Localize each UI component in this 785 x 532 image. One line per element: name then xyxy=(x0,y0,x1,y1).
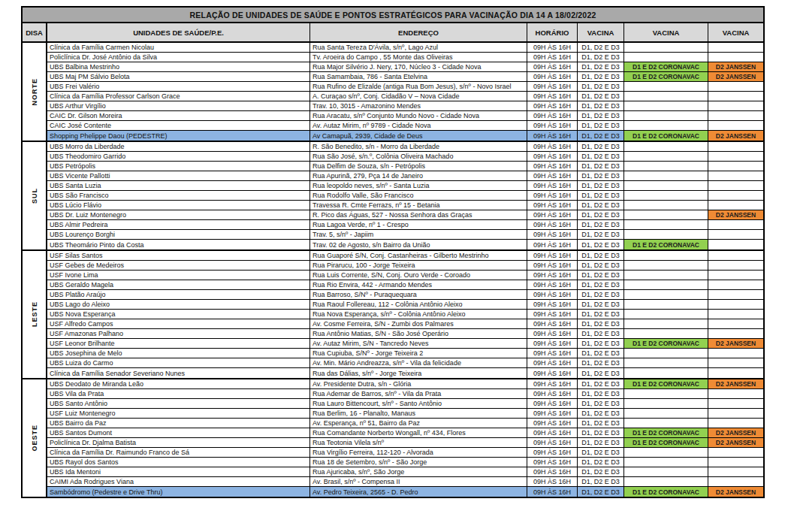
address-cell: Rua Ademar de Barros, s/nº - Vila da Pra… xyxy=(310,389,527,398)
janssen-cell xyxy=(708,181,763,190)
doses-cell: D1, D2 E D3 xyxy=(578,438,624,447)
coronavac-cell xyxy=(624,251,708,260)
table-row: UBS Deodato de Miranda LeãoAv. President… xyxy=(47,379,763,389)
coronavac-cell: D1 E D2 CORONAVAC xyxy=(624,438,708,447)
unit-name-cell: Shopping Phelippe Daou (PEDESTRE) xyxy=(47,131,310,141)
unit-name-cell: UBS Geraldo Magela xyxy=(47,280,310,289)
coronavac-cell xyxy=(624,358,708,367)
table-row: UBS Geraldo MagelaRua Rio Envira, 442 - … xyxy=(47,280,763,290)
janssen-cell xyxy=(708,368,763,378)
hours-cell: 09H ÀS 16H xyxy=(527,181,578,190)
doses-cell: D1, D2 E D3 xyxy=(578,82,624,91)
doses-cell: D1, D2 E D3 xyxy=(578,240,624,249)
table-row: UBS Lúcio FlávioTravessa R. Cmte Ferrazs… xyxy=(47,201,763,210)
coronavac-cell xyxy=(624,181,708,190)
coronavac-cell xyxy=(624,399,708,408)
address-cell: R. São Benedito, s/n - Morro da Liberdad… xyxy=(310,142,527,151)
address-cell: Av. Presidente Dutra, s/n - Glória xyxy=(310,379,527,388)
table-row: Sambódromo (Pedestre e Drive Thru)Av. Pe… xyxy=(47,487,763,497)
table-title: RELAÇÃO DE UNIDADES DE SAÚDE E PONTOS ES… xyxy=(23,8,763,23)
doses-cell: D1, D2 E D3 xyxy=(578,62,624,71)
coronavac-cell xyxy=(624,448,708,457)
hours-cell: 09H ÀS 16H xyxy=(527,53,578,62)
table-row: USF Leonor BrilhanteAv. Autaz Mirim, S/N… xyxy=(47,339,763,349)
doses-cell: D1, D2 E D3 xyxy=(578,271,624,280)
table-row: UBS Bairro da PazAv. Esperança, nº 51, B… xyxy=(47,419,763,428)
unit-name-cell: UBS Petrópolis xyxy=(47,162,310,171)
table-row: Clínica da Família Senador Severiano Nun… xyxy=(47,368,763,378)
doses-cell: D1, D2 E D3 xyxy=(578,458,624,467)
janssen-cell xyxy=(708,300,763,309)
table-row: USF Alfredo CamposAv. Cosme Ferreira, S/… xyxy=(47,319,763,329)
unit-name-cell: CAIC Dr. Gilson Moreira xyxy=(47,111,310,120)
table-row: USF Ivone LimaRua Luis Corrente, S/N, Co… xyxy=(47,271,763,280)
hours-cell: 09H ÀS 16H xyxy=(527,251,578,260)
hours-cell: 09H ÀS 16H xyxy=(527,379,578,388)
unit-name-cell: UBS São Francisco xyxy=(47,191,310,200)
table-row: CAIMI Ada Rodrigues VianaAv. Brasil, s/n… xyxy=(47,477,763,487)
table-row: UBS Almir PedreiraRua Lagoa Verde, nº 1 … xyxy=(47,220,763,230)
address-cell: Rua Rio Envira, 442 - Armando Mendes xyxy=(310,280,527,289)
unit-name-cell: UBS Arthur Virgílio xyxy=(47,101,310,110)
hours-cell: 09H ÀS 16H xyxy=(527,458,578,467)
doses-cell: D1, D2 E D3 xyxy=(578,101,624,110)
hours-cell: 09H ÀS 16H xyxy=(527,368,578,378)
unit-name-cell: UBS Lago do Aleixo xyxy=(47,300,310,309)
doses-cell: D1, D2 E D3 xyxy=(578,152,624,161)
table-row: UBS Dr. Luiz MontenegroR. Pico das Águas… xyxy=(47,210,763,220)
janssen-cell xyxy=(708,458,763,467)
doses-cell: D1, D2 E D3 xyxy=(578,53,624,62)
janssen-cell xyxy=(708,111,763,120)
coronavac-cell xyxy=(624,409,708,418)
doses-cell: D1, D2 E D3 xyxy=(578,300,624,309)
address-cell: Rua Pirarucu, 100 - Jorge Teixeira xyxy=(310,261,527,270)
doses-cell: D1, D2 E D3 xyxy=(578,181,624,190)
janssen-cell: D2 JANSSEN xyxy=(708,379,763,388)
column-header-name: UNIDADES DE SAÚDE/P.E. xyxy=(47,23,310,41)
hours-cell: 09H ÀS 16H xyxy=(527,329,578,338)
coronavac-cell xyxy=(624,419,708,428)
hours-cell: 09H ÀS 16H xyxy=(527,280,578,289)
doses-cell: D1, D2 E D3 xyxy=(578,171,624,180)
unit-name-cell: Clínica da Família Professor Carlson Gra… xyxy=(47,92,310,101)
hours-cell: 09H ÀS 16H xyxy=(527,131,578,141)
janssen-cell xyxy=(708,310,763,319)
coronavac-cell xyxy=(624,92,708,101)
hours-cell: 09H ÀS 16H xyxy=(527,121,578,130)
unit-name-cell: USF Gebes de Medeiros xyxy=(47,261,310,270)
region-rows: UBS Deodato de Miranda LeãoAv. President… xyxy=(47,379,763,497)
coronavac-cell xyxy=(624,280,708,289)
janssen-cell xyxy=(708,230,763,239)
unit-name-cell: UBS Almir Pedreira xyxy=(47,220,310,229)
hours-cell: 09H ÀS 16H xyxy=(527,349,578,358)
address-cell: Av. Cosme Ferreira, S/N - Zumbi dos Palm… xyxy=(310,319,527,328)
hours-cell: 09H ÀS 16H xyxy=(527,152,578,161)
doses-cell: D1, D2 E D3 xyxy=(578,389,624,398)
janssen-cell xyxy=(708,290,763,299)
column-header-hours: HORÁRIO xyxy=(527,23,578,41)
table-row: UBS Nova EsperançaRua Nova Esperança, s/… xyxy=(47,310,763,319)
doses-cell: D1, D2 E D3 xyxy=(578,43,624,52)
table-row: Policlínica Dr. Djalma BatistaRua Teoton… xyxy=(47,438,763,448)
unit-name-cell: USF Alfredo Campos xyxy=(47,319,310,328)
address-cell: R. Pico das Águas, 527 - Nossa Senhora d… xyxy=(310,210,527,219)
coronavac-cell xyxy=(624,458,708,467)
unit-name-cell: UBS Balbina Mestrinho xyxy=(47,62,310,71)
hours-cell: 09H ÀS 16H xyxy=(527,477,578,486)
janssen-cell xyxy=(708,329,763,338)
hours-cell: 09H ÀS 16H xyxy=(527,409,578,418)
hours-cell: 09H ÀS 16H xyxy=(527,92,578,101)
doses-cell: D1, D2 E D3 xyxy=(578,419,624,428)
address-cell: Rua Barroso, S/Nº - Puraquequara xyxy=(310,290,527,299)
coronavac-cell xyxy=(624,210,708,219)
janssen-cell xyxy=(708,101,763,110)
hours-cell: 09H ÀS 16H xyxy=(527,62,578,71)
janssen-cell xyxy=(708,191,763,200)
janssen-cell: D2 JANSSEN xyxy=(708,339,763,348)
janssen-cell: D2 JANSSEN xyxy=(708,210,763,219)
address-cell: Av Camapuã, 2939, Cidade de Deus xyxy=(310,131,527,141)
address-cell: Rua Rufino de Elizalde (antiga Rua Bom J… xyxy=(310,82,527,91)
address-cell: Av. Esperança, nº 51, Bairro da Paz xyxy=(310,419,527,428)
table-row: Clínica da Família Dr. Raimundo Franco d… xyxy=(47,448,763,458)
unit-name-cell: UBS Santo Antônio xyxy=(47,399,310,408)
